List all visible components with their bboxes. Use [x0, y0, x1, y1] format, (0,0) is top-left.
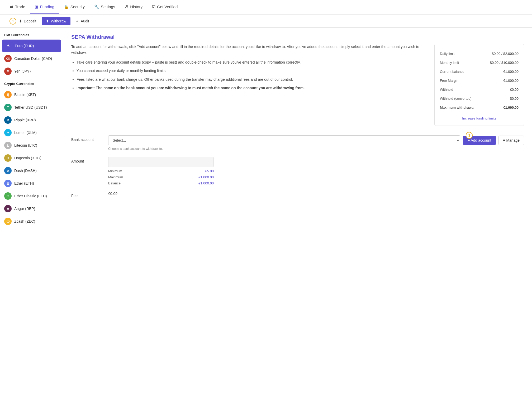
withheld-converted-label: Withheld (converted) [440, 97, 472, 101]
withheld-converted-value: $0.00 [510, 97, 519, 101]
max-withdrawal-value: €1,000.00 [503, 106, 519, 109]
info-row-daily: Daily limit $0.00 / $2,000.00 [440, 49, 519, 58]
sub-nav: 1 ⬇ Deposit ⬆ Withdraw ✓ Audit [0, 15, 532, 28]
amount-input[interactable] [108, 157, 214, 167]
rep-icon: ★ [4, 205, 12, 212]
info-row-balance: Current balance €1,000.00 [440, 67, 519, 76]
ltc-icon: Ł [4, 142, 12, 149]
cad-icon: C$ [4, 55, 12, 62]
bank-account-select[interactable]: Select... [108, 135, 460, 145]
currency-item-eur[interactable]: € Euro (EUR) [2, 40, 61, 52]
zec-icon: ⓩ [4, 218, 12, 225]
monthly-limit-value: $0.00 / $10,000.00 [490, 61, 519, 65]
current-balance-label: Current balance [440, 70, 464, 74]
sepa-paragraph: To add an account for withdrawals, click… [71, 44, 426, 56]
info-row-margin: Free Margin €1,000.00 [440, 76, 519, 85]
daily-limit-value: $0.00 / $2,000.00 [492, 52, 519, 56]
minimum-row: Minimum €5.00 [108, 169, 214, 173]
currency-item-ltc[interactable]: Ł Litecoin (LTC) [0, 139, 63, 152]
manage-button[interactable]: ≡ Manage [498, 136, 524, 145]
verified-icon: ☑ [152, 4, 155, 9]
currency-item-xdg[interactable]: Ð Dogecoin (XDG) [0, 152, 63, 164]
maximum-row: Maximum €1,000.00 [108, 175, 214, 179]
nav-item-funding[interactable]: ▣ Funding [30, 0, 59, 14]
currency-item-jpy[interactable]: ¥ Yen (JPY) [0, 65, 63, 78]
fee-value: €0.09 [108, 192, 524, 196]
free-margin-label: Free Margin [440, 79, 458, 83]
nav-item-settings[interactable]: 🔧 Settings [89, 0, 120, 14]
info-row-max-withdrawal: Maximum withdrawal €1,000.00 [440, 103, 519, 112]
bank-account-hint: Choose a bank account to withdraw to. [108, 147, 524, 151]
minimum-label: Minimum [108, 169, 122, 173]
xdg-icon: Ð [4, 154, 12, 162]
monthly-limit-label: Monthly limit [440, 61, 459, 65]
sepa-title: SEPA Withdrawal [71, 34, 524, 40]
bullet-3: Fees listed are what our bank charge us.… [77, 77, 426, 82]
add-account-badge: 3 [466, 132, 473, 139]
xrp-icon: R [4, 116, 12, 124]
withdrawal-form: Bank account Select... 3 + Add account ≡… [71, 135, 524, 198]
current-balance-value: €1,000.00 [503, 70, 519, 74]
bank-account-row: Bank account Select... 3 + Add account ≡… [71, 135, 524, 151]
btc-icon: ₿ [4, 91, 12, 98]
info-row-withheld-converted: Withheld (converted) $0.00 [440, 94, 519, 103]
eth-icon: Ξ [4, 180, 12, 187]
info-row-withheld: Withheld €0.00 [440, 85, 519, 94]
currency-item-eth[interactable]: Ξ Ether (ETH) [0, 177, 63, 190]
currency-item-btc[interactable]: ₿ Bitcoin (XBT) [0, 88, 63, 101]
currency-item-etc[interactable]: ⬡ Ether Classic (ETC) [0, 190, 63, 202]
nav-item-trade[interactable]: ⇄ Trade [5, 0, 30, 14]
withheld-value: €0.00 [510, 88, 519, 92]
funding-icon: ▣ [35, 4, 39, 9]
currency-item-xlm[interactable]: ✦ Lumen (XLM) [0, 126, 63, 139]
currency-item-dash[interactable]: D Dash (DASH) [0, 164, 63, 177]
nav-item-history[interactable]: ⏱ History [120, 0, 147, 14]
sepa-bullets: Take care entering your account details … [71, 59, 426, 91]
fee-row: Fee €0.09 [71, 192, 524, 198]
balance-value: €1,000.00 [198, 181, 214, 185]
amount-row: Amount Minimum €5.00 Maximum €1,000.00 [71, 157, 524, 185]
increase-limits-link[interactable]: Increase funding limits [440, 116, 519, 120]
fiat-section: Fiat Currencies € Euro (EUR) C$ Canadian… [0, 33, 63, 78]
maximum-label: Maximum [108, 175, 123, 179]
currency-item-cad[interactable]: C$ Canadian Dollar (CAD) [0, 52, 63, 65]
bank-account-control: Select... 3 + Add account ≡ Manage Choos… [108, 135, 524, 151]
max-withdrawal-label: Maximum withdrawal [440, 106, 474, 109]
currency-item-xrp[interactable]: R Ripple (XRP) [0, 114, 63, 126]
jpy-icon: ¥ [4, 68, 12, 75]
info-row-monthly: Monthly limit $0.00 / $10,000.00 [440, 58, 519, 67]
bullet-2: You cannot exceed your daily or monthly … [77, 68, 426, 74]
security-icon: 🔒 [64, 4, 69, 9]
bullet-4: Important: The name on the bank account … [77, 85, 426, 91]
top-nav: ⇄ Trade ▣ Funding 🔒 Security 🔧 Settings … [0, 0, 532, 15]
subnav-item-deposit[interactable]: 1 ⬇ Deposit [5, 16, 40, 27]
free-margin-value: €1,000.00 [503, 79, 519, 83]
dash-icon: D [4, 167, 12, 174]
fee-label: Fee [71, 192, 108, 198]
daily-limit-label: Daily limit [440, 52, 455, 56]
bullet-1: Take care entering your account details … [77, 59, 426, 65]
trade-icon: ⇄ [10, 4, 13, 9]
currency-item-usdt[interactable]: T Tether USD (USDT) [0, 101, 63, 114]
withdraw-icon: ⬆ [46, 19, 49, 23]
withheld-label: Withheld [440, 88, 453, 92]
amount-label: Amount [71, 157, 108, 163]
subnav-item-withdraw[interactable]: ⬆ Withdraw [42, 17, 70, 25]
subnav-item-audit[interactable]: ✓ Audit [72, 17, 93, 25]
nav-item-get-verified[interactable]: ☑ Get Verified [147, 0, 182, 14]
balance-label: Balance [108, 181, 121, 185]
main-content: SEPA Withdrawal To add an account for wi… [63, 28, 532, 401]
info-box: Daily limit $0.00 / $2,000.00 Monthly li… [434, 44, 524, 126]
sidebar: Fiat Currencies € Euro (EUR) C$ Canadian… [0, 28, 63, 401]
currency-item-rep[interactable]: ★ Augur (REP) [0, 202, 63, 215]
sepa-description: To add an account for withdrawals, click… [71, 44, 426, 126]
amount-control: Minimum €5.00 Maximum €1,000.00 Balance [108, 157, 524, 185]
crypto-section-title: Crypto Currencies [0, 82, 63, 88]
currency-item-zec[interactable]: ⓩ Zcash (ZEC) [0, 215, 63, 228]
eur-icon: € [5, 42, 12, 50]
crypto-section: Crypto Currencies ₿ Bitcoin (XBT) T Teth… [0, 82, 63, 228]
maximum-value: €1,000.00 [198, 175, 214, 179]
fiat-section-title: Fiat Currencies [0, 33, 63, 40]
nav-item-security[interactable]: 🔒 Security [59, 0, 89, 14]
deposit-badge: 1 [10, 18, 16, 25]
